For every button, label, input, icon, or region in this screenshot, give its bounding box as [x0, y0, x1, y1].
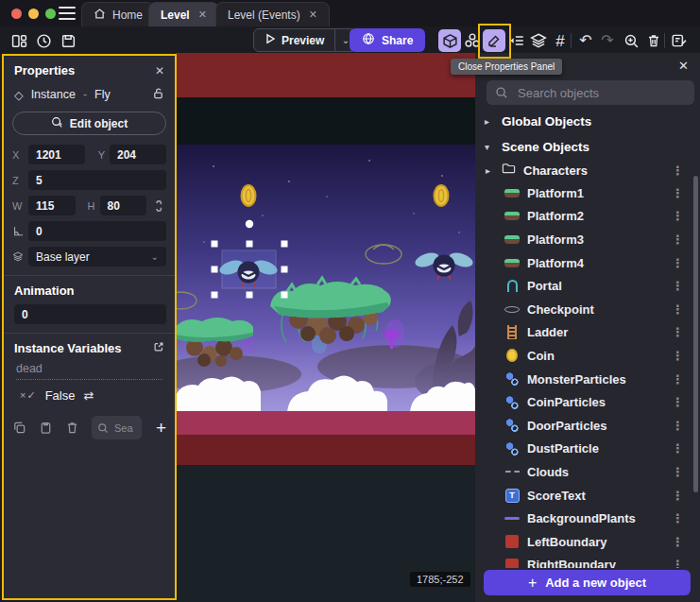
section-divider [4, 333, 175, 334]
save-icon[interactable] [57, 29, 79, 52]
preview-label: Preview [282, 34, 324, 47]
add-variable-icon[interactable]: + [156, 419, 166, 437]
folder-characters[interactable]: ▸ Characters ⋮ [475, 159, 700, 181]
instance-variables-title: Instance Variables [14, 341, 121, 355]
history-icon[interactable] [32, 29, 55, 52]
tab-close-icon[interactable]: ✕ [198, 9, 207, 21]
object-list-item[interactable]: Coin⋮ [475, 344, 700, 368]
edit-object-button[interactable]: Edit object [12, 112, 166, 135]
instance-separator: - [83, 88, 87, 101]
object-list-item[interactable]: LeftBoundary⋮ [475, 530, 700, 554]
scene-canvas[interactable]: 1785;-252 [176, 53, 475, 602]
layers-icon[interactable] [527, 29, 550, 52]
object-list-item[interactable]: Checkpoint⋮ [475, 298, 700, 321]
group-scene-objects[interactable]: ▾ Scene Objects [475, 135, 700, 158]
object-list-item[interactable]: Platform3⋮ [475, 228, 700, 251]
animation-input[interactable]: 0 [14, 304, 166, 324]
add-object-button[interactable]: + Add a new object [484, 570, 691, 595]
objects-search[interactable] [487, 80, 694, 105]
animation-section-title: Animation [14, 284, 75, 298]
macos-close-button[interactable] [11, 9, 22, 19]
variable-name[interactable]: dead [16, 362, 162, 380]
tab-label: Level [161, 9, 190, 22]
paste-icon[interactable] [39, 421, 53, 435]
edit-properties-icon[interactable] [483, 29, 505, 52]
tab-level[interactable]: Level ✕ [148, 2, 219, 26]
variables-search[interactable] [92, 416, 142, 439]
object-list-item[interactable]: Ladder⋮ [475, 321, 700, 345]
edit-scene-properties-icon[interactable] [668, 29, 691, 52]
object-list-item[interactable]: Platform2⋮ [475, 205, 700, 229]
grid-icon[interactable]: # [549, 29, 572, 52]
kebab-menu-icon[interactable]: ⋮ [672, 558, 700, 568]
instance-diamond-icon: ◇ [14, 88, 24, 102]
dash-thumbnail-icon [504, 471, 521, 473]
toggle-3d-view-icon[interactable] [438, 29, 461, 52]
chevron-down-icon: ⌄ [151, 251, 159, 262]
x-input[interactable]: 1201 [28, 145, 85, 164]
toolbar-separator [571, 33, 572, 48]
object-list-item[interactable]: Portal⋮ [475, 274, 700, 298]
group-global-objects[interactable]: ▸ Global Objects [475, 110, 700, 132]
zoom-in-icon[interactable] [620, 29, 642, 52]
window-tab-bar: Home Level ✕ Level (Events) ✕ [0, 0, 700, 26]
object-list-item[interactable]: Clouds⋮ [475, 460, 700, 484]
scene-render [176, 53, 475, 602]
delete-icon[interactable] [642, 29, 665, 52]
section-divider [4, 275, 175, 276]
width-input[interactable]: 115 [28, 196, 76, 215]
toolbar-separator [664, 33, 665, 48]
layer-select[interactable]: Base layer ⌄ [28, 247, 166, 267]
tab-home[interactable]: Home [81, 2, 155, 26]
object-list-item[interactable]: Platform1⋮ [475, 181, 700, 205]
object-list-item[interactable]: Platform4⋮ [475, 251, 700, 275]
instances-list-icon[interactable] [505, 29, 528, 52]
macos-zoom-button[interactable] [45, 9, 56, 19]
object-list-item[interactable]: DustParticle⋮ [475, 438, 700, 461]
object-groups-icon[interactable] [461, 29, 484, 52]
main-menu-icon[interactable] [59, 7, 76, 20]
toggle-value-icon[interactable]: ⇄ [83, 388, 94, 403]
x-label: X [12, 149, 24, 161]
open-variables-icon[interactable] [153, 341, 164, 355]
tab-label: Level (Events) [228, 9, 300, 22]
portal-thumbnail-icon [504, 280, 521, 292]
toggle-panels-icon[interactable] [8, 29, 30, 52]
angle-icon [12, 225, 24, 237]
delete-variable-icon[interactable] [65, 421, 79, 435]
lock-open-icon[interactable] [152, 87, 164, 102]
tab-level-events[interactable]: Level (Events) ✕ [215, 2, 330, 26]
close-objects-panel-icon[interactable]: ✕ [678, 59, 689, 73]
redo-icon[interactable]: ↷ [596, 29, 619, 52]
kebab-menu-icon[interactable]: ⋮ [672, 535, 700, 549]
object-list-item[interactable]: CoinParticles⋮ [475, 390, 700, 414]
object-list-item[interactable]: DoorParticles⋮ [475, 414, 700, 438]
close-properties-icon[interactable]: ✕ [155, 64, 164, 77]
z-input[interactable]: 5 [28, 170, 166, 190]
undo-icon[interactable]: ↶ [574, 29, 597, 52]
properties-panel-title: Properties [14, 63, 75, 77]
y-input[interactable]: 204 [110, 145, 166, 164]
angle-input[interactable]: 0 [28, 221, 166, 241]
object-list-item[interactable]: BackgroundPlants⋮ [475, 507, 700, 530]
lock-ratio-icon[interactable] [151, 199, 166, 213]
objects-scrollbar[interactable] [693, 176, 698, 492]
object-name: Platform2 [527, 209, 672, 223]
tab-close-icon[interactable]: ✕ [309, 9, 317, 21]
objects-search-input[interactable] [516, 85, 686, 101]
object-name: LeftBoundary [527, 535, 672, 549]
height-input[interactable]: 80 [100, 196, 147, 215]
object-list-item[interactable]: ScoreText⋮ [475, 484, 700, 507]
object-list-item[interactable]: RightBoundary⋮ [475, 554, 700, 569]
macos-minimize-button[interactable] [28, 9, 39, 19]
object-list-item[interactable]: MonsterParticles⋮ [475, 368, 700, 391]
copy-icon[interactable] [12, 421, 26, 435]
kebab-menu-icon[interactable]: ⋮ [672, 511, 700, 525]
share-button[interactable]: Share [350, 28, 425, 52]
particles-thumbnail-icon [504, 441, 521, 456]
variables-search-input[interactable] [112, 421, 135, 435]
properties-panel: Properties ✕ ◇ Instance - Fly Edit objec… [2, 54, 177, 600]
variable-value[interactable]: False [45, 388, 76, 403]
plus-icon: + [528, 575, 537, 592]
preview-button[interactable]: Preview ⌄ [253, 28, 356, 52]
